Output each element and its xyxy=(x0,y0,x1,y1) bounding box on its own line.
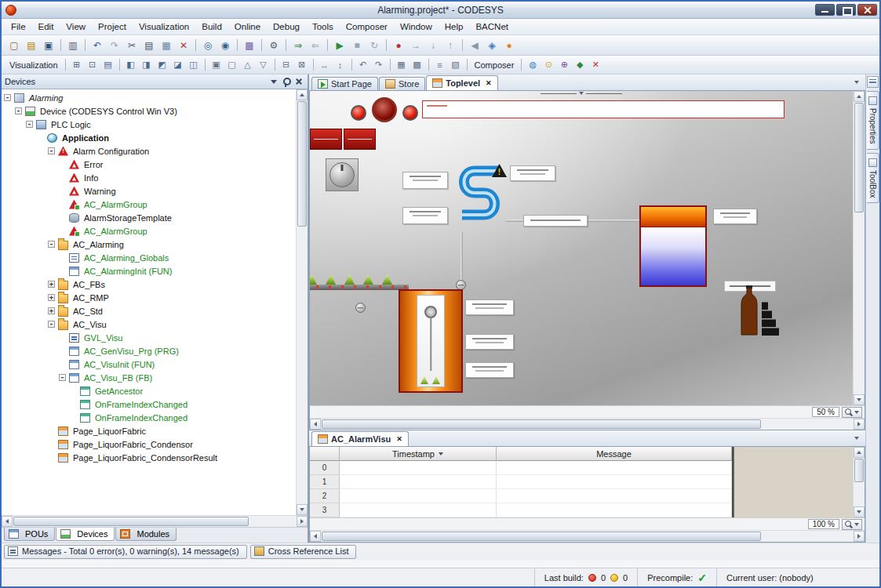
column-header-timestamp[interactable]: Timestamp xyxy=(340,447,497,461)
minimize-button[interactable] xyxy=(815,4,835,16)
align-right-icon[interactable]: ◨ xyxy=(140,58,154,72)
rotate-right-icon[interactable]: ↷ xyxy=(372,58,386,72)
conveyor-belt[interactable] xyxy=(310,285,409,290)
tree-item-ac-std[interactable]: +AC_Std xyxy=(2,304,296,318)
tree-item-ac-visu-fb-fb[interactable]: -AC_Visu_FB (FB) xyxy=(2,371,296,384)
menu-edit[interactable]: Edit xyxy=(32,20,60,33)
scroll-left-icon[interactable] xyxy=(2,516,13,527)
alarm-lamp-icon[interactable] xyxy=(372,97,397,122)
compile-icon[interactable]: ⚙ xyxy=(266,38,282,53)
visu-text-label[interactable] xyxy=(465,299,514,315)
print-icon[interactable]: ▥ xyxy=(65,38,81,53)
tree-expander-icon[interactable]: + xyxy=(48,281,55,288)
alarm-table-row[interactable]: 3 xyxy=(310,503,732,517)
menu-tools[interactable]: Tools xyxy=(306,20,340,33)
tab-toplevel[interactable]: Toplevel xyxy=(426,75,497,90)
tree-expander-icon[interactable]: - xyxy=(48,147,55,154)
copy-icon[interactable]: ▤ xyxy=(141,38,157,53)
tab-store[interactable]: Store xyxy=(379,77,425,90)
align-top-icon[interactable]: ◩ xyxy=(155,58,169,72)
cut-icon[interactable]: ✂ xyxy=(124,38,140,53)
menu-window[interactable]: Window xyxy=(394,20,439,33)
tree-item-ac-genvisu-prg-prg[interactable]: +AC_GenVisu_Prg (PRG) xyxy=(2,344,296,358)
tree-item-ac-alarminginit-fun[interactable]: +AC_AlarmingInit (FUN) xyxy=(2,264,296,278)
bring-to-front-icon[interactable]: ▣ xyxy=(209,58,224,72)
visu-text-label[interactable] xyxy=(465,334,514,350)
panel-tab-devices[interactable]: Devices xyxy=(56,528,115,541)
scroll-right-icon[interactable] xyxy=(297,516,308,527)
scroll-thumb[interactable] xyxy=(854,459,864,482)
save-icon[interactable]: ▣ xyxy=(41,38,56,53)
reset-icon[interactable]: ◀ xyxy=(467,38,482,53)
close-icon[interactable] xyxy=(293,77,304,87)
panel-tab-modules[interactable]: Modules xyxy=(115,528,177,541)
grid-settings-icon[interactable]: ▦ xyxy=(395,58,409,72)
tree-item-onframeindexchanged[interactable]: +OnFrameIndexChanged xyxy=(2,411,296,424)
visu-hotkeys-icon[interactable]: ⊡ xyxy=(86,58,100,72)
pin-icon[interactable] xyxy=(280,77,292,87)
tab-list-dropdown-icon[interactable] xyxy=(850,77,863,88)
hop-cone[interactable] xyxy=(326,274,336,285)
tree-item-page-liquorfabric[interactable]: +Page_LiquorFabric xyxy=(2,424,296,437)
highlight-icon[interactable]: ● xyxy=(501,38,517,53)
step-over-icon[interactable]: → xyxy=(408,38,424,53)
canvas-vertical-scrollbar[interactable] xyxy=(853,91,865,405)
alarm-horizontal-scrollbar[interactable] xyxy=(310,530,865,542)
login-icon[interactable]: ⇒ xyxy=(290,38,306,53)
visu-text-label[interactable] xyxy=(713,209,757,224)
tree-item-onframeindexchanged[interactable]: +OnFrameIndexChanged xyxy=(2,397,296,411)
scroll-thumb[interactable] xyxy=(322,532,761,541)
zoom-level[interactable]: 50 % xyxy=(812,407,839,417)
menu-project[interactable]: Project xyxy=(92,20,133,33)
tree-item-ac-alarmgroup[interactable]: +AC_AlarmGroup xyxy=(2,198,296,211)
visu-text-label[interactable] xyxy=(465,362,514,378)
tree-item-alarmstoragetemplate[interactable]: +AlarmStorageTemplate xyxy=(2,211,296,224)
tree-expander-icon[interactable]: + xyxy=(48,294,55,301)
tree-item-page-liquorfabric-condensor[interactable]: +Page_LiquorFabric_Condensor xyxy=(2,437,296,451)
tree-item-ac-alarmgroup[interactable]: +AC_AlarmGroup xyxy=(2,224,296,238)
storage-tank[interactable] xyxy=(639,205,707,287)
tree-item-page-liquorfabric-condensorresult[interactable]: +Page_LiquorFabric_CondensorResult xyxy=(2,451,296,464)
delete-icon[interactable]: ✕ xyxy=(176,38,191,53)
ungroup-icon[interactable]: ⊠ xyxy=(295,58,309,72)
align-left-icon[interactable]: ◧ xyxy=(124,58,138,72)
step-into-icon[interactable]: ↓ xyxy=(425,38,441,53)
stop-icon[interactable]: ■ xyxy=(349,38,365,53)
tree-expander-icon[interactable]: - xyxy=(26,121,33,128)
paste-icon[interactable]: ▦ xyxy=(158,38,174,53)
menu-help[interactable]: Help xyxy=(439,20,470,33)
scroll-left-icon[interactable] xyxy=(310,419,321,430)
visu-text-label[interactable] xyxy=(402,207,448,224)
cross-reference-tab[interactable]: Cross Reference List xyxy=(250,545,357,559)
scroll-down-icon[interactable] xyxy=(854,394,865,405)
align-center-icon[interactable]: ◫ xyxy=(187,58,201,72)
hop-cone[interactable] xyxy=(344,274,355,285)
tree-item-info[interactable]: +Info xyxy=(2,171,296,184)
visu-text-label[interactable] xyxy=(402,172,448,189)
tree-vertical-scrollbar[interactable] xyxy=(296,89,308,515)
zoom-level[interactable]: 100 % xyxy=(808,519,839,529)
alarm-vertical-scrollbar[interactable] xyxy=(853,447,865,517)
zoom-tool-button[interactable] xyxy=(842,407,862,418)
tree-expander-icon[interactable]: - xyxy=(15,107,22,114)
composer-globe-icon[interactable]: ◍ xyxy=(526,58,540,72)
composer-devices-icon[interactable]: ⊕ xyxy=(557,58,571,72)
tree-item-ac-alarming-globals[interactable]: +AC_Alarming_Globals xyxy=(2,251,296,264)
rotate-left-icon[interactable]: ↶ xyxy=(356,58,370,72)
image-pool-icon[interactable]: ▧ xyxy=(449,58,463,72)
close-tab-icon[interactable] xyxy=(396,435,402,443)
scroll-right-icon[interactable] xyxy=(854,531,865,542)
tab-list-dropdown-icon[interactable] xyxy=(850,433,863,444)
tree-item-ac-fbs[interactable]: +AC_FBs xyxy=(2,278,296,291)
tree-expander-icon[interactable]: - xyxy=(59,374,66,381)
alarm-table-row[interactable]: 2 xyxy=(310,489,732,503)
tree-item-ac-visu[interactable]: -AC_Visu xyxy=(2,318,296,331)
splitter-handle[interactable] xyxy=(541,92,622,95)
tree-item-device-codesys-control-win-v3[interactable]: -Device (CODESYS Control Win V3) xyxy=(2,104,296,118)
alarm-lamp-icon[interactable] xyxy=(402,105,418,121)
scroll-right-icon[interactable] xyxy=(854,419,865,430)
tree-horizontal-scrollbar[interactable] xyxy=(2,515,308,527)
scroll-up-icon[interactable] xyxy=(854,447,865,458)
scroll-down-icon[interactable] xyxy=(297,504,308,515)
tree-item-alarm-configuration[interactable]: -Alarm Configuration xyxy=(2,144,296,158)
